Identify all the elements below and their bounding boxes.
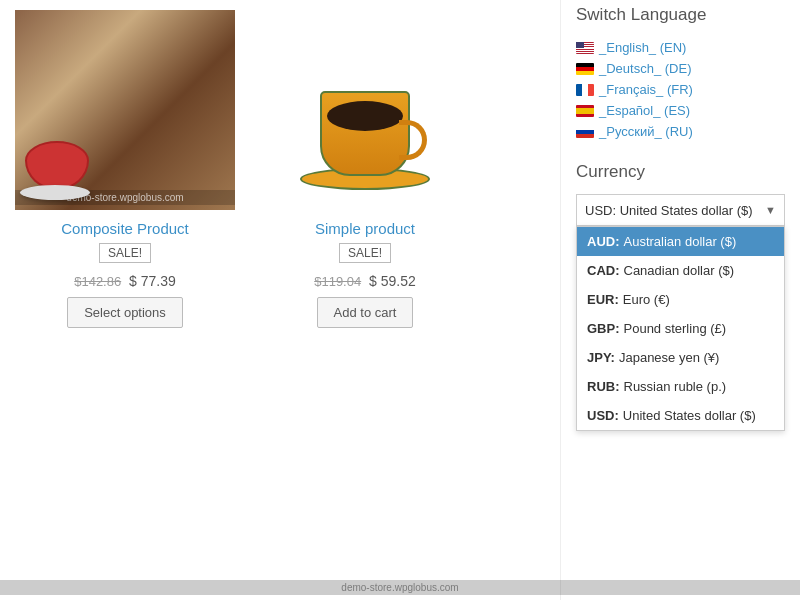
currency-dropdown-wrap: USD: United States dollar ($) ▼ AUD: Aus… <box>576 194 785 226</box>
language-item-de[interactable]: _Deutsch_ (DE) <box>576 58 785 79</box>
currency-option-aud-rest: Australian dollar ($) <box>624 234 737 249</box>
flag-icon-ru <box>576 126 594 138</box>
flag-icon-de <box>576 63 594 75</box>
flag-icon-es <box>576 105 594 117</box>
currency-option-rub-bold: RUB: <box>587 379 620 394</box>
price-wrap-simple: $119.04 $ 59.52 <box>314 273 416 289</box>
sale-badge-simple: SALE! <box>339 243 391 263</box>
currency-option-gbp[interactable]: GBP: Pound sterling (£) <box>577 314 784 343</box>
language-label-ru: _Русский_ (RU) <box>599 124 693 139</box>
add-to-cart-button[interactable]: Add to cart <box>317 297 414 328</box>
product-title-simple: Simple product <box>315 220 415 237</box>
currency-option-cad-bold: CAD: <box>587 263 620 278</box>
sidebar: Switch Language _English_ (EN) _Deutsch_… <box>560 0 800 600</box>
language-item-es[interactable]: _Español_ (ES) <box>576 100 785 121</box>
currency-option-rub-rest: Russian ruble (р.) <box>624 379 727 394</box>
currency-option-usd[interactable]: USD: United States dollar ($) <box>577 401 784 430</box>
language-item-ru[interactable]: _Русский_ (RU) <box>576 121 785 142</box>
currency-option-jpy-rest: Japanese yen (¥) <box>619 350 719 365</box>
currency-option-gbp-rest: Pound sterling (£) <box>624 321 727 336</box>
language-label-fr: _Français_ (FR) <box>599 82 693 97</box>
language-item-fr[interactable]: _Français_ (FR) <box>576 79 785 100</box>
currency-option-gbp-bold: GBP: <box>587 321 620 336</box>
currency-option-aud-bold: AUD: <box>587 234 620 249</box>
main-content: demo-store.wpglobus.com Composite Produc… <box>0 0 560 600</box>
currency-option-eur-bold: EUR: <box>587 292 619 307</box>
cup-body <box>320 91 410 176</box>
currency-option-rub[interactable]: RUB: Russian ruble (р.) <box>577 372 784 401</box>
products-grid: demo-store.wpglobus.com Composite Produc… <box>15 10 545 328</box>
currency-option-eur-rest: Euro (€) <box>623 292 670 307</box>
coffee-cup-illustration <box>295 30 435 190</box>
currency-dropdown: AUD: Australian dollar ($) CAD: Canadian… <box>576 226 785 431</box>
product-card-simple: demo-store.wpglobus.com Simple product S… <box>255 10 475 328</box>
language-label-de: _Deutsch_ (DE) <box>599 61 691 76</box>
select-options-button[interactable]: Select options <box>67 297 183 328</box>
currency-option-usd-bold: USD: <box>587 408 619 423</box>
language-label-en: _English_ (EN) <box>599 40 686 55</box>
price-wrap-composite: $142.86 $ 77.39 <box>74 273 176 289</box>
currency-option-cad[interactable]: CAD: Canadian dollar ($) <box>577 256 784 285</box>
product-card-composite: demo-store.wpglobus.com Composite Produc… <box>15 10 235 328</box>
currency-title: Currency <box>576 162 785 182</box>
product-image-simple: demo-store.wpglobus.com <box>255 10 475 210</box>
price-new-simple: $ 59.52 <box>369 273 416 289</box>
watermark-simple: demo-store.wpglobus.com <box>0 580 800 595</box>
product-image-composite: demo-store.wpglobus.com <box>15 10 235 210</box>
product-title-composite: Composite Product <box>61 220 189 237</box>
chevron-down-icon: ▼ <box>765 204 776 216</box>
flag-icon-fr <box>576 84 594 96</box>
switch-language-title: Switch Language <box>576 5 785 25</box>
price-old-simple: $119.04 <box>314 274 361 289</box>
language-label-es: _Español_ (ES) <box>599 103 690 118</box>
price-old-composite: $142.86 <box>74 274 121 289</box>
cup-handle <box>399 120 427 160</box>
currency-option-jpy-bold: JPY: <box>587 350 615 365</box>
currency-option-aud[interactable]: AUD: Australian dollar ($) <box>577 227 784 256</box>
currency-option-cad-rest: Canadian dollar ($) <box>624 263 735 278</box>
currency-option-jpy[interactable]: JPY: Japanese yen (¥) <box>577 343 784 372</box>
currency-select-display[interactable]: USD: United States dollar ($) ▼ <box>576 194 785 226</box>
price-new-composite: $ 77.39 <box>129 273 176 289</box>
currency-option-usd-rest: United States dollar ($) <box>623 408 756 423</box>
currency-option-eur[interactable]: EUR: Euro (€) <box>577 285 784 314</box>
flag-icon-en <box>576 42 594 54</box>
language-item-en[interactable]: _English_ (EN) <box>576 37 785 58</box>
language-list: _English_ (EN) _Deutsch_ (DE) _Français_… <box>576 37 785 142</box>
watermark-composite: demo-store.wpglobus.com <box>15 190 235 205</box>
currency-selected-label: USD: United States dollar ($) <box>585 203 753 218</box>
sale-badge-composite: SALE! <box>99 243 151 263</box>
